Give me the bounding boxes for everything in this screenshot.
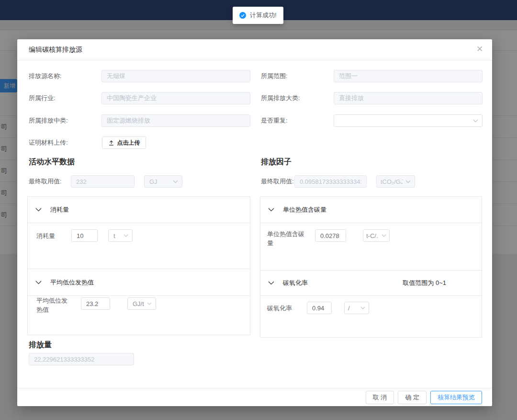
industry-input bbox=[101, 92, 250, 104]
select-value: t bbox=[113, 232, 115, 239]
factor-section-heading: 排放因子 bbox=[261, 157, 292, 167]
factor-final-unit-select: tCO₂/GJ bbox=[376, 175, 415, 188]
chevron-down-icon bbox=[405, 180, 411, 183]
upload-button[interactable]: 点击上传 bbox=[102, 136, 146, 149]
oxidation-rate-range-note: 取值范围为 0~1 bbox=[403, 279, 446, 287]
consumption-row-label: 消耗量 bbox=[36, 231, 55, 240]
upload-button-label: 点击上传 bbox=[117, 139, 140, 147]
panel-title: 单位热值含碳量 bbox=[283, 205, 326, 214]
carbon-content-row-label: 单位热值含碳量 bbox=[267, 229, 304, 248]
oxidation-rate-unit-select[interactable]: / bbox=[344, 302, 369, 314]
chevron-down-icon bbox=[35, 281, 42, 284]
heating-value-input[interactable] bbox=[81, 297, 110, 310]
cancel-button[interactable]: 取 消 bbox=[366, 391, 394, 404]
chevron-down-icon bbox=[268, 281, 274, 285]
is-duplicate-select[interactable] bbox=[334, 114, 483, 127]
heating-value-unit-select[interactable]: GJ/t bbox=[127, 297, 156, 310]
dialog-header-divider bbox=[17, 60, 492, 60]
source-name-input bbox=[101, 70, 250, 82]
activity-final-unit-select: GJ bbox=[144, 175, 182, 188]
emission-amount-input bbox=[29, 353, 134, 365]
panel-title: 平均低位发热值 bbox=[50, 278, 94, 287]
panel-title: 碳氧化率 bbox=[283, 279, 308, 287]
heating-value-row-label: 平均低位发热值 bbox=[36, 296, 71, 314]
major-category-input bbox=[334, 92, 483, 104]
field-label-scope: 所属范围: bbox=[261, 70, 288, 82]
oxidation-rate-input[interactable] bbox=[307, 302, 332, 314]
panel-header-oxidation-rate[interactable]: 碳氧化率 取值范围为 0~1 bbox=[260, 270, 482, 296]
chevron-down-icon bbox=[147, 302, 152, 305]
panel-header-consumption[interactable]: 消耗量 bbox=[28, 197, 250, 223]
panel-header-carbon-content[interactable]: 单位热值含碳量 bbox=[260, 197, 482, 223]
success-toast: 计算成功! bbox=[233, 7, 283, 24]
dialog-title: 编辑碳核算排放源 bbox=[29, 45, 82, 54]
activity-panels-box: 消耗量 消耗量 t 平均低位发热值 平均低位发热值 GJ/t bbox=[27, 196, 250, 335]
factor-panels-box: 单位热值含碳量 单位热值含碳量 t-C/... 碳氧化率 取值范围为 0~1 碳… bbox=[260, 196, 482, 338]
dialog-footer: 取 消 确 定 核算结果预览 bbox=[17, 388, 492, 406]
field-label-proof-upload: 证明材料上传: bbox=[29, 136, 68, 149]
factor-final-value-input bbox=[294, 175, 367, 188]
carbon-content-input[interactable] bbox=[315, 229, 346, 242]
upload-icon bbox=[108, 140, 114, 146]
panel-title: 消耗量 bbox=[50, 205, 69, 214]
confirm-button[interactable]: 确 定 bbox=[398, 391, 427, 404]
activity-final-value-input bbox=[71, 175, 135, 188]
chevron-down-icon bbox=[473, 119, 478, 123]
factor-final-label: 最终取用值: bbox=[261, 175, 294, 188]
chevron-down-icon bbox=[360, 306, 365, 309]
activity-section-heading: 活动水平数据 bbox=[29, 157, 75, 167]
oxidation-rate-row-label: 碳氧化率 bbox=[267, 304, 292, 313]
chevron-down-icon bbox=[124, 234, 128, 237]
field-label-industry: 所属行业: bbox=[29, 92, 56, 104]
preview-result-button[interactable]: 核算结果预览 bbox=[430, 391, 482, 404]
activity-final-label: 最终取用值: bbox=[29, 175, 62, 188]
field-label-is-duplicate: 是否重复: bbox=[261, 114, 288, 127]
scope-input bbox=[334, 70, 483, 82]
emission-section-heading: 排放量 bbox=[29, 340, 52, 350]
check-circle-icon bbox=[239, 12, 246, 19]
chevron-down-icon bbox=[268, 208, 274, 212]
consumption-unit-select[interactable]: t bbox=[108, 229, 133, 242]
select-value: t-C/... bbox=[366, 232, 379, 239]
field-label-major-category: 所属排放大类: bbox=[261, 92, 300, 104]
select-value: GJ bbox=[149, 178, 157, 185]
chevron-down-icon bbox=[35, 208, 42, 212]
consumption-input[interactable] bbox=[71, 229, 98, 242]
medium-category-input bbox=[101, 114, 250, 127]
chevron-down-icon bbox=[382, 234, 386, 237]
field-label-medium-category: 所属排放中类: bbox=[29, 114, 68, 127]
edit-emission-source-dialog: 编辑碳核算排放源 ✕ 排放源名称: 所属范围: 所属行业: 所属排放大类: 所属… bbox=[17, 39, 492, 406]
carbon-content-unit-select[interactable]: t-C/... bbox=[363, 229, 390, 242]
select-value: GJ/t bbox=[133, 300, 144, 307]
chevron-down-icon bbox=[173, 180, 178, 183]
select-value: / bbox=[348, 305, 350, 312]
field-label-source-name: 排放源名称: bbox=[29, 70, 62, 82]
toast-message: 计算成功! bbox=[250, 11, 277, 20]
close-icon[interactable]: ✕ bbox=[474, 43, 485, 55]
select-value: tCO₂/GJ bbox=[381, 178, 403, 185]
panel-header-heating-value[interactable]: 平均低位发热值 bbox=[28, 269, 250, 296]
